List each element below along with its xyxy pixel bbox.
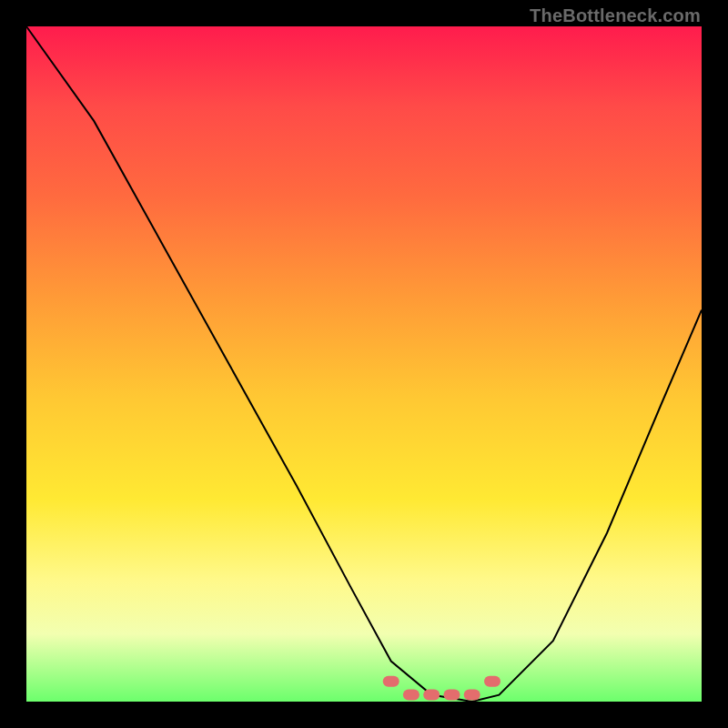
attribution-text: TheBottleneck.com [530,5,701,26]
chart-container: TheBottleneck.com [0,0,728,728]
curve-svg [26,26,702,702]
plot-area [26,26,702,702]
marker-dot [403,690,420,701]
marker-dot [464,690,480,701]
valley-curve [26,26,702,702]
marker-dot [423,690,440,701]
marker-dot [484,676,500,687]
marker-dot [383,676,399,687]
marker-dot [444,690,460,701]
valley-curve-path [26,26,702,702]
